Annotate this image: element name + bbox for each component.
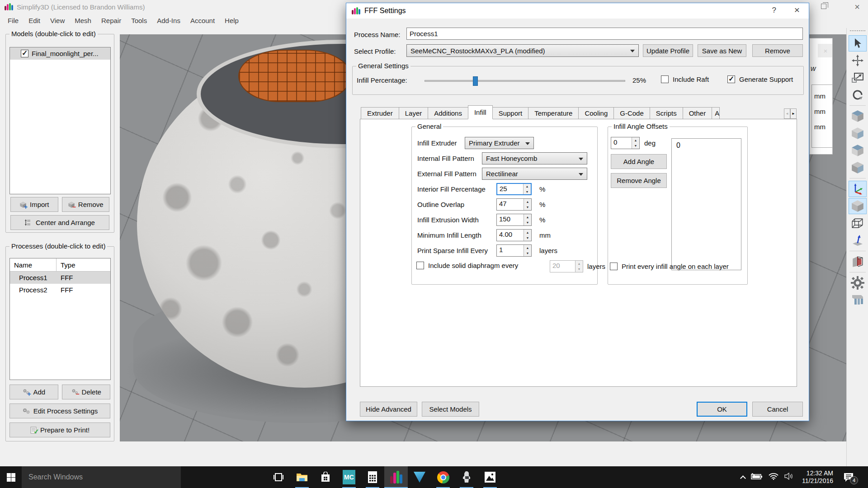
spinner-value[interactable]: 0: [611, 137, 632, 149]
generate-support-row[interactable]: Generate Support: [727, 75, 793, 83]
surface-normal-icon[interactable]: [849, 232, 867, 249]
angle-spinner[interactable]: 0▲▼: [611, 137, 640, 149]
spinner-value[interactable]: 47: [497, 199, 524, 210]
rotate-tool-icon[interactable]: [849, 87, 867, 103]
infill-slider-handle[interactable]: [473, 76, 478, 86]
outline-overlap-spinner[interactable]: 47▲▼: [496, 198, 532, 211]
include-raft-checkbox[interactable]: [661, 75, 669, 83]
meshmixer-icon[interactable]: [408, 466, 431, 488]
cursor-tool-icon[interactable]: [849, 35, 867, 52]
save-as-new-button[interactable]: Save as New: [698, 44, 746, 57]
tab-additions[interactable]: Additions: [428, 107, 468, 119]
wifi-icon[interactable]: [769, 473, 778, 482]
diaphragm-row[interactable]: Include solid diaphragm every: [416, 262, 518, 269]
per-layer-checkbox[interactable]: [610, 263, 618, 270]
menu-mesh[interactable]: Mesh: [70, 14, 96, 28]
per-layer-row[interactable]: Print every infill angle on each layer: [610, 263, 729, 270]
windows-store-icon[interactable]: [314, 466, 337, 488]
hide-advanced-button[interactable]: Hide Advanced: [360, 402, 417, 417]
close-icon[interactable]: ×: [818, 44, 833, 57]
tab-scroll-left-icon[interactable]: ◄: [784, 108, 790, 119]
battery-icon[interactable]: [751, 473, 763, 481]
remove-angle-button[interactable]: Remove Angle: [611, 173, 667, 188]
calculator-icon[interactable]: [361, 466, 384, 488]
tab-scroll-right-icon[interactable]: ►: [790, 108, 797, 119]
external-fill-pattern-select[interactable]: Rectilinear: [482, 168, 587, 180]
profile-select[interactable]: SeeMeCNC_RostockMAXv3_PLA (modified): [406, 44, 639, 57]
spinner-arrows-icon[interactable]: ▲▼: [523, 184, 531, 194]
tab-temperature[interactable]: Temperature: [528, 107, 579, 119]
process-name-input[interactable]: [406, 28, 803, 40]
spinner-value[interactable]: 150: [497, 214, 524, 225]
translate-tool-icon[interactable]: [849, 52, 867, 69]
tab-cooling[interactable]: Cooling: [578, 107, 614, 119]
menu-repair[interactable]: Repair: [96, 14, 126, 28]
menu-addins[interactable]: Add-Ins: [152, 14, 185, 28]
add-angle-button[interactable]: Add Angle: [611, 154, 667, 169]
chrome-icon[interactable]: [431, 466, 455, 488]
cube-view-2-icon[interactable]: [849, 125, 867, 141]
model-visible-checkbox[interactable]: [21, 50, 28, 57]
spinner-value[interactable]: 1: [497, 245, 524, 256]
import-button[interactable]: + Import: [10, 197, 58, 212]
machine-settings-gear-icon[interactable]: [849, 275, 867, 291]
spinner-arrows-icon[interactable]: ▲▼: [632, 137, 639, 149]
menu-help[interactable]: Help: [220, 14, 244, 28]
support-structures-icon[interactable]: [849, 292, 867, 308]
spinner-arrows-icon[interactable]: ▲▼: [524, 199, 531, 210]
spinner-arrows-icon[interactable]: ▲▼: [524, 214, 531, 225]
file-explorer-icon[interactable]: [290, 466, 314, 488]
tab-support[interactable]: Support: [492, 107, 529, 119]
cube-view-4-icon[interactable]: [849, 160, 867, 176]
restore-icon[interactable]: [821, 4, 826, 9]
spinner-value[interactable]: 4.00: [497, 230, 524, 241]
tab-other[interactable]: Other: [683, 107, 712, 119]
tray-expand-icon[interactable]: [740, 475, 746, 481]
spinner-arrows-icon[interactable]: ▲▼: [524, 230, 531, 241]
ok-button[interactable]: OK: [697, 402, 747, 417]
tab-layer[interactable]: Layer: [399, 107, 429, 119]
internal-fill-pattern-select[interactable]: Fast Honeycomb: [482, 152, 587, 164]
infill-extruder-select[interactable]: Primary Extruder: [465, 137, 534, 149]
tab-partial[interactable]: A: [712, 107, 720, 119]
diaphragm-spinner[interactable]: 20▲▼: [550, 260, 583, 272]
center-and-arrange-button[interactable]: Center and Arrange: [10, 215, 109, 230]
axes-icon[interactable]: [849, 181, 867, 197]
angle-list[interactable]: 0: [671, 138, 741, 270]
search-box[interactable]: Search Windows: [22, 466, 181, 488]
tab-extruder[interactable]: Extruder: [361, 107, 399, 119]
tab-scripts[interactable]: Scripts: [650, 107, 683, 119]
models-list[interactable]: Final_moonlight_per...: [9, 47, 111, 194]
action-center-icon[interactable]: 4: [842, 470, 855, 484]
tab-gcode[interactable]: G-Code: [613, 107, 650, 119]
include-raft-row[interactable]: Include Raft: [661, 75, 709, 83]
print-sparse-infill-spinner[interactable]: 1▲▼: [496, 244, 532, 257]
model-list-item[interactable]: Final_moonlight_per...: [10, 47, 110, 60]
dialog-titlebar[interactable]: FFF Settings: [346, 3, 809, 19]
volume-icon[interactable]: [784, 473, 793, 482]
task-view-icon[interactable]: [267, 466, 290, 488]
solid-view-icon[interactable]: [849, 198, 867, 214]
tab-infill[interactable]: Infill: [468, 105, 493, 119]
menu-account[interactable]: Account: [185, 14, 220, 28]
wireframe-view-icon[interactable]: [849, 215, 867, 231]
spinner-value[interactable]: 25: [497, 184, 523, 194]
cancel-button[interactable]: Cancel: [752, 402, 803, 417]
update-profile-button[interactable]: Update Profile: [643, 44, 693, 57]
printer-app-icon[interactable]: [455, 466, 478, 488]
edit-process-settings-button[interactable]: Edit Process Settings: [9, 404, 110, 418]
generate-support-checkbox[interactable]: [727, 75, 735, 83]
clock[interactable]: 12:32 AM 11/21/2016: [799, 469, 836, 485]
process-row-1[interactable]: Process1 FFF: [10, 272, 110, 284]
process-row-2[interactable]: Process2 FFF: [10, 284, 110, 296]
minimum-infill-length-spinner[interactable]: 4.00▲▼: [496, 229, 532, 241]
interior-fill-percentage-spinner[interactable]: 25▲▼: [496, 183, 532, 195]
spinner-arrows-icon[interactable]: ▲▼: [524, 245, 531, 256]
cube-view-1-icon[interactable]: [849, 108, 867, 124]
remove-profile-button[interactable]: Remove: [752, 44, 803, 57]
add-process-button[interactable]: + Add: [9, 385, 58, 399]
process-table[interactable]: Name Type Process1 FFF Process2 FFF: [9, 258, 111, 380]
cube-view-3-icon[interactable]: [849, 142, 867, 159]
menu-tools[interactable]: Tools: [126, 14, 152, 28]
menu-edit[interactable]: Edit: [24, 14, 45, 28]
